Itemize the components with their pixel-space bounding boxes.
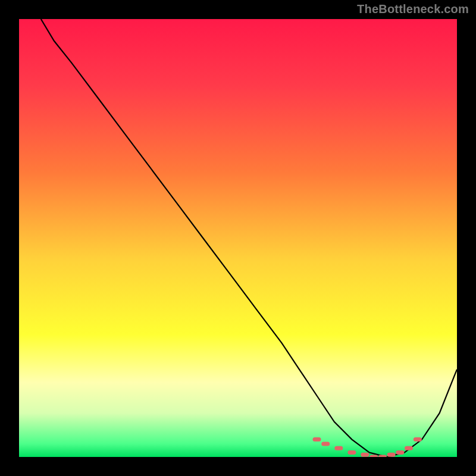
marker-dot	[334, 446, 343, 450]
marker-dot	[396, 450, 404, 455]
marker-dot	[347, 450, 356, 455]
marker-dot	[414, 437, 422, 441]
marker-dot	[361, 453, 369, 457]
chart-plot-area	[19, 19, 457, 457]
marker-dot	[378, 455, 387, 458]
marker-dot	[405, 446, 413, 450]
marker-dot	[313, 437, 321, 441]
watermark-text: TheBottleneck.com	[357, 2, 469, 16]
chart-frame: TheBottleneck.com	[0, 0, 476, 476]
marker-dot	[387, 453, 396, 457]
chart-svg	[19, 19, 457, 457]
marker-dot	[321, 441, 330, 446]
chart-background	[19, 19, 457, 457]
marker-dot	[369, 455, 378, 458]
